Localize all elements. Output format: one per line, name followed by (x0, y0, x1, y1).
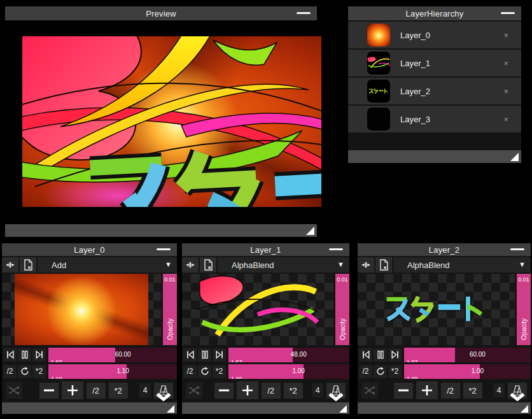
loop-button[interactable] (198, 365, 211, 378)
skip-back-button[interactable] (359, 348, 372, 362)
layer-footer-bar[interactable] (182, 402, 349, 414)
clear-source-button[interactable] (375, 257, 392, 273)
layer-titlebar[interactable]: Layer_1 (182, 243, 349, 256)
blend-mode-dropdown[interactable]: AlphaBlend ▼ (393, 257, 531, 273)
minus-button[interactable] (394, 383, 413, 399)
preview-titlebar[interactable]: Preview (5, 6, 317, 20)
hierarchy-titlebar[interactable]: LayerHierarchy (348, 6, 521, 20)
remove-layer-button[interactable]: × (503, 115, 508, 124)
resize-handle-icon[interactable] (510, 153, 519, 161)
pause-icon (20, 350, 29, 360)
resize-handle-icon[interactable] (306, 227, 314, 235)
skip-back-icon (185, 350, 195, 360)
skip-forward-button[interactable] (32, 348, 46, 362)
speed-slider[interactable]: 48.00 1.57 (228, 348, 349, 362)
plus-icon (66, 384, 79, 397)
remove-layer-button[interactable]: × (503, 59, 508, 68)
plus-button[interactable] (237, 381, 258, 399)
layer-source-view[interactable] (358, 274, 515, 345)
blend-mode-dropdown[interactable]: Add ▼ (38, 257, 177, 273)
opacity-slider[interactable]: 0.01 Opacity (335, 274, 349, 345)
half-beat-button[interactable]: /2 (87, 383, 106, 399)
half-speed-label: /2 (6, 367, 13, 376)
double-beat-button[interactable]: *2 (463, 383, 482, 399)
hierarchy-title: LayerHierarchy (406, 9, 464, 18)
opacity-slider[interactable]: 0.01 Opacity (517, 274, 531, 345)
half-speed-button[interactable]: /2 (3, 365, 17, 378)
move-layer-button[interactable] (2, 257, 18, 273)
collapse-chevron-icon[interactable] (155, 392, 172, 401)
move-layer-button[interactable] (358, 257, 374, 273)
opacity-value: 0.01 (517, 276, 531, 283)
half-beat-button[interactable]: /2 (262, 383, 281, 399)
minimize-icon[interactable] (501, 12, 515, 14)
pause-button[interactable] (18, 348, 31, 362)
minimize-icon[interactable] (157, 248, 171, 250)
layer-source-view[interactable] (182, 274, 333, 345)
remove-layer-button[interactable]: × (503, 87, 508, 96)
clear-source-button[interactable] (20, 257, 36, 273)
half-speed-button[interactable]: /2 (183, 365, 197, 378)
collapse-chevron-icon[interactable] (328, 392, 344, 401)
start-text-art (358, 274, 515, 345)
opacity-slider[interactable]: 0.01 Opacity (163, 274, 177, 345)
resize-handle-icon[interactable] (339, 405, 347, 413)
beat-slider[interactable]: 1.10 1.10 (48, 364, 177, 379)
minus-icon (218, 388, 230, 392)
layer-label: Layer_0 (400, 31, 430, 40)
clear-source-button[interactable] (200, 257, 216, 273)
skip-back-button[interactable] (183, 348, 197, 362)
speed-slider[interactable]: 60.00 1.07 (404, 348, 531, 362)
layer-row[interactable]: Layer_0 × (348, 22, 521, 48)
loop-button[interactable] (374, 365, 387, 378)
double-speed-label: *2 (36, 367, 43, 376)
layer-source-view[interactable] (2, 274, 161, 345)
layer-footer-bar[interactable] (358, 402, 531, 414)
minus-button[interactable] (214, 383, 234, 399)
collapse-chevron-icon[interactable] (509, 392, 526, 401)
double-speed-button[interactable]: *2 (213, 365, 226, 378)
skip-forward-button[interactable] (213, 348, 226, 362)
layer-footer-bar[interactable] (2, 402, 177, 414)
beat-slider[interactable]: 1.00 1.00 (404, 364, 531, 379)
plus-button[interactable] (416, 381, 438, 399)
layer-titlebar[interactable]: Layer_0 (2, 243, 177, 256)
loop-button[interactable] (18, 365, 31, 378)
layer-title: Layer_1 (250, 245, 281, 255)
pause-button[interactable] (198, 348, 211, 362)
resize-handle-icon[interactable] (167, 405, 174, 413)
double-speed-button[interactable]: *2 (32, 365, 46, 378)
move-layer-button[interactable] (182, 257, 199, 273)
preview-footer-bar[interactable] (5, 224, 317, 237)
beat-slider[interactable]: 1.00 1.00 (228, 364, 349, 379)
speed-slider[interactable]: 60.00 1.97 (48, 348, 177, 362)
skip-back-button[interactable] (3, 348, 17, 362)
half-speed-button[interactable]: /2 (359, 365, 372, 378)
minimize-icon[interactable] (297, 12, 311, 14)
random-button[interactable] (6, 382, 22, 399)
layer-row[interactable]: Layer_1 × (348, 50, 521, 76)
minimize-icon[interactable] (510, 248, 524, 250)
double-beat-button[interactable]: *2 (284, 383, 303, 399)
layer-row[interactable]: Layer_3 × (348, 106, 521, 132)
resize-handle-icon[interactable] (521, 405, 528, 413)
random-button[interactable] (186, 382, 202, 399)
double-speed-button[interactable]: *2 (388, 365, 402, 378)
app-window: Preview LayerHierarchy Laye (0, 0, 532, 419)
minimize-icon[interactable] (329, 248, 343, 250)
chevron-down-icon: ▼ (519, 260, 526, 268)
pause-button[interactable] (374, 348, 387, 362)
layer-titlebar[interactable]: Layer_2 (358, 243, 531, 256)
double-speed-label: *2 (216, 367, 223, 376)
layer-row[interactable]: Layer_2 × (348, 78, 521, 104)
double-beat-button[interactable]: *2 (109, 383, 128, 399)
blend-mode-dropdown[interactable]: AlphaBlend ▼ (218, 257, 349, 273)
half-beat-button[interactable]: /2 (441, 383, 460, 399)
preview-art (22, 36, 321, 207)
random-button[interactable] (361, 382, 378, 399)
plus-button[interactable] (62, 381, 83, 399)
skip-forward-button[interactable] (388, 348, 402, 362)
hierarchy-footer-bar[interactable] (348, 150, 521, 163)
remove-layer-button[interactable]: × (503, 31, 508, 40)
minus-button[interactable] (39, 383, 59, 399)
